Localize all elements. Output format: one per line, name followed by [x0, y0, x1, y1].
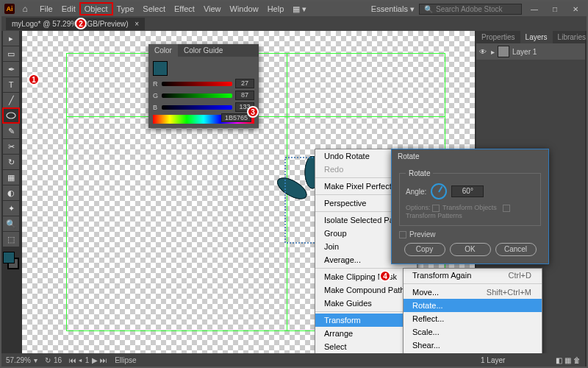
preview-checkbox[interactable] [399, 231, 406, 238]
menu-item[interactable]: Shear... [404, 339, 542, 352]
menu-item[interactable]: Transform [315, 314, 417, 327]
tool-scissors[interactable]: ✂ [3, 139, 19, 154]
rotate-group-label: Rotate [406, 169, 433, 177]
layer-actions[interactable]: ◧ ▦ 🗑 [556, 356, 581, 364]
layers-status: 1 Layer ◧ ▦ 🗑 [476, 353, 585, 367]
tool-ellipse[interactable] [3, 108, 19, 123]
options-label: Options: [406, 204, 431, 211]
menu-effect[interactable]: Effect [170, 3, 199, 15]
b-slider[interactable] [162, 105, 232, 110]
app-titlebar: Ai ⌂ File Edit Object Type Select Effect… [1, 1, 587, 16]
menu-edit[interactable]: Edit [57, 3, 80, 15]
menu-item[interactable]: Reflect... [404, 312, 542, 325]
document-tab-close-icon[interactable]: × [135, 20, 139, 28]
window-maximize-icon[interactable]: □ [547, 5, 563, 13]
r-value[interactable]: 27 [235, 79, 254, 88]
fill-stroke-swatch[interactable] [3, 252, 19, 269]
menu-window[interactable]: Window [226, 3, 263, 15]
tab-color[interactable]: Color [148, 44, 178, 57]
menu-file[interactable]: File [35, 3, 57, 15]
app-logo: Ai [4, 4, 15, 14]
b-label: B [153, 104, 159, 111]
layer-thumb [498, 46, 509, 57]
menu-grid-icon[interactable]: ▦ ▾ [288, 3, 311, 15]
tool-paintbrush[interactable]: ✎ [3, 124, 19, 138]
menu-item[interactable]: Make Clipping Mask [315, 270, 417, 283]
g-value[interactable]: 87 [235, 91, 254, 100]
tool-direct-select[interactable]: ▭ [3, 46, 19, 61]
annotation-badge-4: 4 [379, 270, 391, 282]
layer-visibility-icon[interactable]: 👁 [479, 48, 488, 56]
chevron-right-icon[interactable]: ▸ [491, 48, 495, 56]
fill-swatch[interactable] [3, 252, 15, 263]
tab-color-guide[interactable]: Color Guide [178, 44, 229, 57]
cancel-button[interactable]: Cancel [495, 243, 537, 256]
tab-properties[interactable]: Properties [476, 31, 520, 43]
color-spectrum[interactable]: 1B5765 [153, 115, 254, 124]
workspace-switcher[interactable]: Essentials ▾ [371, 4, 415, 14]
annotation-badge-3: 3 [247, 106, 259, 118]
annotation-badge-2: 2 [75, 18, 87, 29]
rotate-dialog[interactable]: Rotate Rotate Angle: 60° Options: Transf… [391, 149, 549, 264]
layer-name[interactable]: Layer 1 [512, 48, 537, 56]
svg-point-0 [7, 113, 15, 118]
opt-transform-objects-checkbox[interactable] [432, 205, 440, 212]
artboard-nav[interactable]: ⏮ ◀ 1 ▶ ⏭ [69, 356, 107, 364]
r-label: R [153, 80, 159, 88]
menu-item[interactable]: Make Guides [315, 297, 417, 310]
toolbox: ▸ ▭ ✒ T ╱ ✎ ✂ ↻ ▦ ◐ ✦ 🔍 ⬚ [3, 31, 21, 269]
menu-item[interactable]: Make Compound Path [315, 283, 417, 297]
window-close-icon[interactable]: ✕ [567, 5, 584, 13]
tool-rotate[interactable]: ↻ [3, 155, 19, 169]
current-tool-label: Ellipse [115, 356, 136, 364]
hex-value[interactable]: 1B5765 [221, 113, 251, 122]
tool-pen[interactable]: ✒ [3, 62, 19, 77]
tool-selection[interactable]: ▸ [3, 31, 19, 46]
menu-view[interactable]: View [199, 3, 226, 15]
tool-gradient[interactable]: ◐ [3, 185, 19, 200]
ok-button[interactable]: OK [450, 243, 491, 256]
menu-item[interactable]: Select [315, 340, 417, 353]
angle-dial[interactable] [431, 183, 447, 199]
zoom-level[interactable]: 57.29% ▾ [6, 356, 37, 364]
r-slider[interactable] [162, 82, 232, 86]
menu-object[interactable]: Object [80, 3, 112, 15]
tool-symbol[interactable]: ✦ [3, 201, 19, 216]
tab-libraries[interactable]: Libraries [553, 31, 588, 43]
angle-input[interactable]: 60° [451, 185, 484, 197]
tool-line[interactable]: ╱ [3, 93, 19, 107]
menu-item[interactable]: Move...Shift+Ctrl+M [404, 286, 542, 299]
layer-count: 1 Layer [481, 356, 505, 364]
dialog-title: Rotate [392, 149, 548, 163]
tool-zoom[interactable]: 🔍 [3, 216, 19, 231]
menu-select[interactable]: Select [138, 3, 170, 15]
tool-shape-builder[interactable]: ▦ [3, 170, 19, 185]
tab-layers[interactable]: Layers [520, 31, 553, 43]
menu-item[interactable]: Arrange [315, 327, 417, 340]
window-minimize-icon[interactable]: — [526, 5, 542, 13]
search-stock-input[interactable]: 🔍 Search Adobe Stock [419, 4, 522, 15]
svg-point-4 [274, 174, 309, 202]
status-bar: 57.29% ▾ ↻ 16 ⏮ ◀ 1 ▶ ⏭ Ellipse [1, 353, 476, 367]
menu-item[interactable]: Transform AgainCtrl+D [404, 269, 542, 282]
rotate-view[interactable]: ↻ 16 [45, 356, 62, 364]
angle-label: Angle: [406, 188, 426, 196]
g-label: G [153, 92, 159, 99]
document-tab-label: myLogo* @ 57.29% (RGB/Preview) [12, 20, 129, 28]
color-panel-swatch[interactable] [153, 61, 168, 76]
menu-item[interactable]: Rotate... [404, 299, 542, 312]
menu-help[interactable]: Help [263, 3, 289, 15]
tool-artboard[interactable]: ⬚ [3, 232, 19, 247]
annotation-badge-1: 1 [28, 74, 40, 85]
opt-transform-patterns-checkbox[interactable] [503, 205, 510, 212]
home-icon[interactable]: ⌂ [19, 4, 31, 14]
tool-type[interactable]: T [3, 77, 19, 92]
g-slider[interactable] [162, 93, 232, 98]
preview-label: Preview [409, 230, 436, 238]
layer-row[interactable]: 👁 ▸ Layer 1 [476, 43, 585, 60]
color-panel-tabs: Color Color Guide [148, 44, 259, 57]
color-panel[interactable]: Color Color Guide R27 G87 B133 1B5765 [148, 44, 259, 128]
menu-item[interactable]: Scale... [404, 325, 542, 339]
menu-type[interactable]: Type [112, 3, 139, 15]
copy-button[interactable]: Copy [404, 243, 445, 256]
